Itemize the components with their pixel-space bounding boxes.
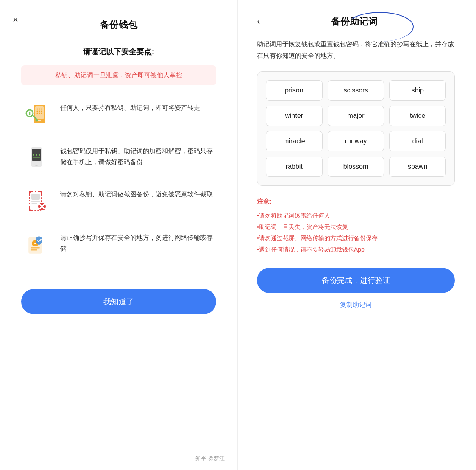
- copy-mnemonic-link[interactable]: 复制助记词: [257, 301, 455, 309]
- right-title: 备份助记词: [267, 15, 442, 28]
- svg-point-13: [41, 111, 42, 112]
- right-header: ‹ 备份助记词: [257, 15, 455, 28]
- mnemonic-word-8: runway: [328, 131, 384, 151]
- notice-section: 注意: •请勿将助记词透露给任何人•助记词一旦丢失，资产将无法恢复•请勿通过截屏…: [257, 198, 455, 255]
- mnemonic-word-2: scissors: [328, 80, 384, 101]
- right-description: 助记词用于恢复钱包或重置钱包密码，将它准确的抄写在纸上，并存放在只有你知道的安全…: [257, 38, 455, 61]
- doc-cloud-icon: [21, 229, 52, 259]
- svg-rect-26: [31, 201, 40, 202]
- svg-point-33: [34, 243, 36, 244]
- svg-point-12: [39, 111, 40, 112]
- right-panel: ‹ 备份助记词 助记词用于恢复钱包或重置钱包密码，将它准确的抄写在纸上，并存放在…: [238, 0, 476, 470]
- mnemonic-word-9: dial: [389, 131, 446, 151]
- notice-item-3: •请勿通过截屏、网络传输的方式进行备份保存: [257, 232, 455, 244]
- security-heading: 请谨记以下安全要点:: [21, 47, 216, 57]
- verify-button[interactable]: 备份完成，进行验证: [257, 268, 455, 293]
- phone-lock-icon: [21, 142, 52, 173]
- notice-item-1: •请勿将助记词透露给任何人: [257, 210, 455, 221]
- mnemonic-word-12: spawn: [389, 157, 446, 177]
- item-text-1: 任何人，只要持有私钥、助记词，即可将资产转走: [60, 99, 200, 113]
- mnemonic-word-10: rabbit: [266, 157, 323, 177]
- back-button[interactable]: ‹: [257, 17, 260, 26]
- confirm-button[interactable]: 我知道了: [21, 289, 216, 314]
- svg-point-9: [39, 109, 40, 110]
- mnemonic-word-1: prison: [266, 80, 323, 101]
- security-item-1: 任何人，只要持有私钥、助记词，即可将资产转走: [21, 99, 216, 129]
- screenshot-icon: [21, 185, 52, 216]
- security-item-2: 钱包密码仅用于私钥、助记词的加密和解密，密码只存储在手机上，请做好密码备份: [21, 142, 216, 173]
- mnemonic-grid: prisonscissorsshipwintermajortwicemiracl…: [257, 71, 455, 186]
- svg-rect-27: [31, 203, 37, 204]
- svg-point-15: [39, 113, 40, 114]
- svg-point-8: [37, 109, 38, 110]
- mnemonic-word-7: miracle: [266, 131, 323, 151]
- mnemonic-word-6: twice: [389, 106, 446, 126]
- notice-item-4: •遇到任何情况，请不要轻易卸载钱包App: [257, 244, 455, 255]
- left-panel: × 备份钱包 请谨记以下安全要点: 私钥、助记词一旦泄露，资产即可被他人掌控: [0, 0, 238, 470]
- svg-point-20: [33, 154, 34, 156]
- warning-box: 私钥、助记词一旦泄露，资产即可被他人掌控: [21, 65, 216, 85]
- mnemonic-word-5: major: [328, 106, 384, 126]
- watermark: 知乎 @梦江: [195, 455, 225, 462]
- mnemonic-word-4: winter: [266, 106, 323, 126]
- close-button[interactable]: ×: [13, 15, 18, 25]
- svg-rect-34: [31, 247, 40, 249]
- left-title: 备份钱包: [21, 19, 216, 31]
- item-text-4: 请正确抄写并保存在安全的地方，勿进行网络传输或存储: [60, 229, 216, 254]
- security-item-4: 请正确抄写并保存在安全的地方，勿进行网络传输或存储: [21, 229, 216, 259]
- notice-title: 注意:: [257, 198, 455, 206]
- svg-point-22: [39, 154, 40, 156]
- svg-point-11: [37, 111, 38, 112]
- notice-item-2: •助记词一旦丢失，资产将无法恢复: [257, 221, 455, 233]
- svg-rect-19: [35, 165, 38, 166]
- svg-rect-25: [31, 194, 40, 200]
- svg-point-14: [37, 113, 38, 114]
- svg-rect-23: [33, 157, 40, 158]
- svg-rect-2: [38, 120, 41, 121]
- svg-point-21: [36, 154, 37, 156]
- key-phone-icon: [21, 99, 52, 129]
- svg-point-16: [41, 113, 42, 114]
- svg-point-10: [41, 109, 42, 110]
- svg-rect-35: [31, 249, 37, 251]
- mnemonic-word-11: blossom: [328, 157, 384, 177]
- item-text-3: 请勿对私钥、助记词做截图备份，避免被恶意软件截取: [60, 185, 213, 200]
- mnemonic-word-3: ship: [389, 80, 446, 101]
- security-item-3: 请勿对私钥、助记词做截图备份，避免被恶意软件截取: [21, 185, 216, 216]
- item-text-2: 钱包密码仅用于私钥、助记词的加密和解密，密码只存储在手机上，请做好密码备份: [60, 142, 216, 167]
